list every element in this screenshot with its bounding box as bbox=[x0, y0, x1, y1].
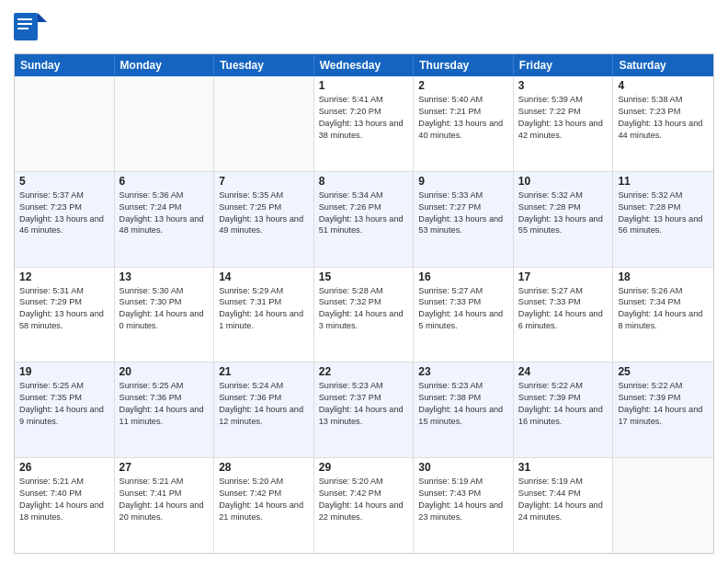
day-number: 5 bbox=[19, 175, 109, 188]
day-info: Sunrise: 5:27 AMSunset: 7:33 PMDaylight:… bbox=[418, 285, 508, 333]
day-info: Sunrise: 5:38 AMSunset: 7:23 PMDaylight:… bbox=[618, 94, 709, 142]
calendar-day-cell: 20Sunrise: 5:25 AMSunset: 7:36 PMDayligh… bbox=[115, 362, 215, 457]
calendar-day-cell: 28Sunrise: 5:20 AMSunset: 7:42 PMDayligh… bbox=[214, 458, 314, 553]
calendar-day-cell: 11Sunrise: 5:32 AMSunset: 7:28 PMDayligh… bbox=[613, 172, 713, 267]
calendar-day-cell: 2Sunrise: 5:40 AMSunset: 7:21 PMDaylight… bbox=[414, 76, 514, 171]
day-info: Sunrise: 5:20 AMSunset: 7:42 PMDaylight:… bbox=[319, 476, 409, 523]
day-info: Sunrise: 5:20 AMSunset: 7:42 PMDaylight:… bbox=[219, 476, 309, 523]
calendar-day-cell: 10Sunrise: 5:32 AMSunset: 7:28 PMDayligh… bbox=[514, 172, 614, 267]
calendar-day-cell: 4Sunrise: 5:38 AMSunset: 7:23 PMDaylight… bbox=[613, 76, 713, 171]
day-number: 3 bbox=[518, 79, 609, 92]
day-number: 30 bbox=[418, 461, 508, 474]
calendar-day-cell: 27Sunrise: 5:21 AMSunset: 7:41 PMDayligh… bbox=[115, 458, 215, 553]
day-info: Sunrise: 5:33 AMSunset: 7:27 PMDaylight:… bbox=[418, 190, 508, 237]
calendar: SundayMondayTuesdayWednesdayThursdayFrid… bbox=[14, 53, 714, 554]
calendar-day-cell bbox=[115, 76, 215, 171]
day-number: 2 bbox=[418, 79, 508, 92]
day-number: 11 bbox=[618, 175, 709, 188]
day-number: 9 bbox=[418, 175, 508, 188]
day-number: 26 bbox=[19, 461, 109, 474]
day-info: Sunrise: 5:25 AMSunset: 7:36 PMDaylight:… bbox=[119, 380, 210, 428]
svg-rect-4 bbox=[17, 28, 28, 29]
calendar-day-cell: 16Sunrise: 5:27 AMSunset: 7:33 PMDayligh… bbox=[414, 268, 514, 362]
day-info: Sunrise: 5:23 AMSunset: 7:37 PMDaylight:… bbox=[319, 380, 409, 428]
calendar-header-day: Friday bbox=[514, 54, 614, 76]
day-number: 10 bbox=[518, 175, 609, 188]
day-info: Sunrise: 5:41 AMSunset: 7:20 PMDaylight:… bbox=[319, 94, 409, 142]
day-info: Sunrise: 5:31 AMSunset: 7:29 PMDaylight:… bbox=[19, 285, 109, 333]
calendar-day-cell: 19Sunrise: 5:25 AMSunset: 7:35 PMDayligh… bbox=[15, 362, 115, 457]
day-number: 12 bbox=[19, 270, 109, 283]
day-info: Sunrise: 5:32 AMSunset: 7:28 PMDaylight:… bbox=[618, 190, 709, 237]
calendar-header-day: Thursday bbox=[414, 54, 514, 76]
page: SundayMondayTuesdayWednesdayThursdayFrid… bbox=[0, 0, 728, 563]
day-number: 28 bbox=[219, 461, 309, 474]
calendar-day-cell: 21Sunrise: 5:24 AMSunset: 7:36 PMDayligh… bbox=[214, 362, 314, 457]
day-number: 27 bbox=[119, 461, 210, 474]
day-number: 18 bbox=[618, 270, 709, 283]
day-number: 6 bbox=[119, 175, 210, 188]
calendar-day-cell: 9Sunrise: 5:33 AMSunset: 7:27 PMDaylight… bbox=[414, 172, 514, 267]
day-number: 24 bbox=[518, 365, 609, 378]
day-info: Sunrise: 5:37 AMSunset: 7:23 PMDaylight:… bbox=[19, 190, 109, 237]
day-number: 20 bbox=[119, 365, 210, 378]
calendar-day-cell: 26Sunrise: 5:21 AMSunset: 7:40 PMDayligh… bbox=[15, 458, 115, 553]
day-info: Sunrise: 5:39 AMSunset: 7:22 PMDaylight:… bbox=[518, 94, 609, 142]
day-info: Sunrise: 5:26 AMSunset: 7:34 PMDaylight:… bbox=[618, 285, 709, 333]
calendar-day-cell: 13Sunrise: 5:30 AMSunset: 7:30 PMDayligh… bbox=[115, 268, 215, 362]
calendar-day-cell bbox=[15, 76, 115, 171]
day-info: Sunrise: 5:19 AMSunset: 7:44 PMDaylight:… bbox=[518, 476, 609, 523]
calendar-day-cell bbox=[613, 458, 713, 553]
calendar-header-day: Saturday bbox=[613, 54, 713, 76]
day-number: 17 bbox=[518, 270, 609, 283]
calendar-day-cell bbox=[214, 76, 314, 171]
day-number: 31 bbox=[518, 461, 609, 474]
day-number: 29 bbox=[319, 461, 409, 474]
day-number: 7 bbox=[219, 175, 309, 188]
calendar-day-cell: 8Sunrise: 5:34 AMSunset: 7:26 PMDaylight… bbox=[314, 172, 415, 267]
day-info: Sunrise: 5:22 AMSunset: 7:39 PMDaylight:… bbox=[518, 380, 609, 428]
day-info: Sunrise: 5:30 AMSunset: 7:30 PMDaylight:… bbox=[119, 285, 210, 333]
calendar-day-cell: 18Sunrise: 5:26 AMSunset: 7:34 PMDayligh… bbox=[613, 268, 713, 362]
svg-rect-3 bbox=[17, 23, 32, 25]
day-number: 4 bbox=[618, 79, 709, 92]
day-info: Sunrise: 5:35 AMSunset: 7:25 PMDaylight:… bbox=[219, 190, 309, 237]
calendar-header-day: Monday bbox=[115, 54, 215, 76]
calendar-day-cell: 30Sunrise: 5:19 AMSunset: 7:43 PMDayligh… bbox=[414, 458, 514, 553]
calendar-day-cell: 3Sunrise: 5:39 AMSunset: 7:22 PMDaylight… bbox=[514, 76, 614, 171]
calendar-day-cell: 17Sunrise: 5:27 AMSunset: 7:33 PMDayligh… bbox=[514, 268, 614, 362]
logo-icon bbox=[14, 9, 47, 46]
day-number: 8 bbox=[319, 175, 409, 188]
day-info: Sunrise: 5:21 AMSunset: 7:41 PMDaylight:… bbox=[119, 476, 210, 523]
day-info: Sunrise: 5:28 AMSunset: 7:32 PMDaylight:… bbox=[319, 285, 409, 333]
calendar-day-cell: 6Sunrise: 5:36 AMSunset: 7:24 PMDaylight… bbox=[115, 172, 215, 267]
calendar-body: 1Sunrise: 5:41 AMSunset: 7:20 PMDaylight… bbox=[15, 76, 713, 553]
day-info: Sunrise: 5:40 AMSunset: 7:21 PMDaylight:… bbox=[418, 94, 508, 142]
calendar-header-day: Wednesday bbox=[314, 54, 415, 76]
calendar-week: 1Sunrise: 5:41 AMSunset: 7:20 PMDaylight… bbox=[15, 76, 713, 172]
calendar-week: 12Sunrise: 5:31 AMSunset: 7:29 PMDayligh… bbox=[15, 268, 713, 363]
calendar-day-cell: 1Sunrise: 5:41 AMSunset: 7:20 PMDaylight… bbox=[314, 76, 415, 171]
day-number: 25 bbox=[618, 365, 709, 378]
logo bbox=[14, 9, 51, 46]
svg-rect-0 bbox=[14, 13, 38, 40]
day-number: 22 bbox=[319, 365, 409, 378]
day-number: 1 bbox=[319, 79, 409, 92]
calendar-day-cell: 7Sunrise: 5:35 AMSunset: 7:25 PMDaylight… bbox=[214, 172, 314, 267]
day-info: Sunrise: 5:25 AMSunset: 7:35 PMDaylight:… bbox=[19, 380, 109, 428]
calendar-week: 26Sunrise: 5:21 AMSunset: 7:40 PMDayligh… bbox=[15, 458, 713, 553]
svg-marker-1 bbox=[38, 13, 47, 22]
calendar-day-cell: 25Sunrise: 5:22 AMSunset: 7:39 PMDayligh… bbox=[613, 362, 713, 457]
day-number: 23 bbox=[418, 365, 508, 378]
day-info: Sunrise: 5:27 AMSunset: 7:33 PMDaylight:… bbox=[518, 285, 609, 333]
day-number: 16 bbox=[418, 270, 508, 283]
calendar-day-cell: 23Sunrise: 5:23 AMSunset: 7:38 PMDayligh… bbox=[414, 362, 514, 457]
day-info: Sunrise: 5:36 AMSunset: 7:24 PMDaylight:… bbox=[119, 190, 210, 237]
calendar-day-cell: 29Sunrise: 5:20 AMSunset: 7:42 PMDayligh… bbox=[314, 458, 415, 553]
day-info: Sunrise: 5:34 AMSunset: 7:26 PMDaylight:… bbox=[319, 190, 409, 237]
header bbox=[14, 9, 714, 46]
calendar-week: 5Sunrise: 5:37 AMSunset: 7:23 PMDaylight… bbox=[15, 172, 713, 268]
day-info: Sunrise: 5:32 AMSunset: 7:28 PMDaylight:… bbox=[518, 190, 609, 237]
day-info: Sunrise: 5:19 AMSunset: 7:43 PMDaylight:… bbox=[418, 476, 508, 523]
day-info: Sunrise: 5:29 AMSunset: 7:31 PMDaylight:… bbox=[219, 285, 309, 333]
